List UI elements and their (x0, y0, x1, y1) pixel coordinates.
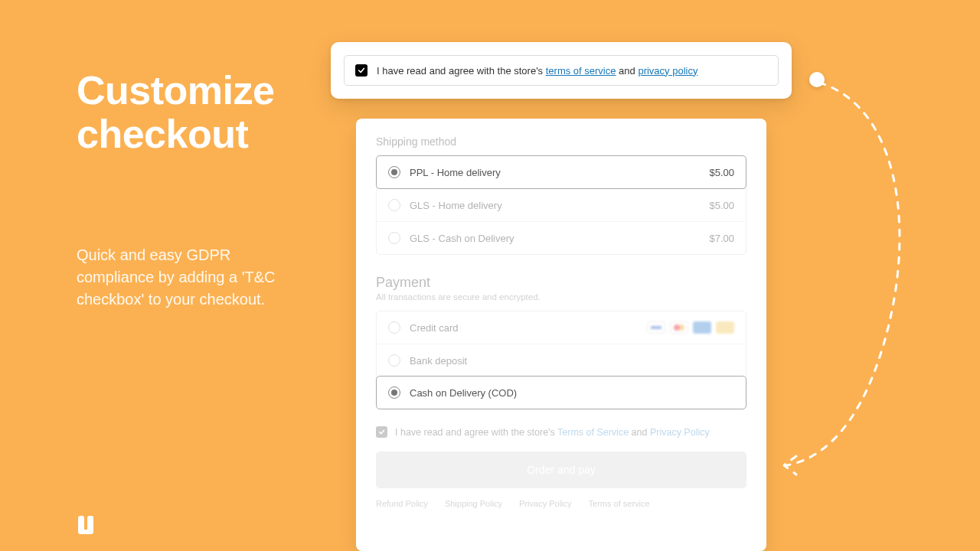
footer-link[interactable]: Refund Policy (376, 499, 428, 508)
checkout-panel: Shipping method PPL - Home delivery $5.0… (356, 119, 766, 551)
payment-label: Credit card (410, 322, 459, 334)
radio-icon (388, 354, 400, 367)
brand-logo-icon (77, 513, 96, 536)
visa-icon (647, 321, 665, 334)
shipping-price: $7.00 (709, 233, 734, 244)
footer-link[interactable]: Privacy Policy (519, 499, 571, 508)
card-icon (716, 321, 734, 334)
shipping-price: $5.00 (709, 167, 734, 178)
tc-prefix: I have read and agree with the store's (377, 65, 546, 77)
svg-rect-2 (78, 530, 93, 534)
card-brand-icons (647, 321, 734, 334)
payment-label: Cash on Delivery (COD) (410, 387, 517, 399)
tc-joiner: and (629, 427, 650, 438)
shipping-title: Shipping method (376, 135, 746, 148)
shipping-label: GLS - Cash on Delivery (410, 233, 514, 244)
shipping-label: GLS - Home delivery (410, 200, 502, 211)
tos-link[interactable]: terms of service (546, 65, 616, 77)
shipping-option[interactable]: GLS - Home delivery $5.00 (377, 188, 746, 221)
payment-option[interactable]: Cash on Delivery (COD) (376, 376, 746, 409)
tc-checkbox[interactable] (355, 64, 368, 77)
mastercard-icon (670, 321, 688, 334)
payment-subtitle: All transactions are secure and encrypte… (376, 292, 746, 302)
arrow-path-icon (773, 75, 926, 488)
footer-link[interactable]: Shipping Policy (445, 499, 502, 508)
payment-option[interactable]: Credit card (377, 311, 746, 344)
tc-joiner: and (616, 65, 638, 77)
page-title: Customize checkout (77, 69, 306, 156)
tos-link[interactable]: Terms of Service (557, 427, 629, 438)
tc-callout-card: I have read and agree with the store's t… (331, 42, 792, 99)
tc-prefix: I have read and agree with the store's (395, 427, 557, 438)
radio-icon (388, 199, 400, 211)
tc-row: I have read and agree with the store's T… (376, 426, 746, 438)
privacy-link[interactable]: privacy policy (638, 65, 697, 77)
order-pay-button[interactable]: Order and pay (376, 452, 746, 488)
shipping-option[interactable]: GLS - Cash on Delivery $7.00 (377, 221, 746, 254)
tc-checkbox-small[interactable] (376, 426, 387, 438)
privacy-link[interactable]: Privacy Policy (650, 427, 710, 438)
radio-icon (388, 232, 400, 244)
footer-link[interactable]: Terms of service (589, 499, 650, 508)
shipping-option[interactable]: PPL - Home delivery $5.00 (376, 155, 746, 189)
radio-icon (388, 386, 400, 399)
shipping-price: $5.00 (709, 200, 734, 211)
footer-links: Refund Policy Shipping Policy Privacy Po… (376, 499, 746, 508)
payment-option[interactable]: Bank deposit (377, 344, 746, 377)
page-subtitle: Quick and easy GDPR compliance by adding… (77, 244, 306, 311)
shipping-options: PPL - Home delivery $5.00 GLS - Home del… (376, 155, 746, 255)
radio-icon (388, 166, 400, 178)
payment-label: Bank deposit (410, 355, 467, 367)
payment-title: Payment (376, 275, 746, 291)
amex-icon (693, 321, 711, 334)
tc-callout-text: I have read and agree with the store's t… (377, 65, 697, 77)
payment-options: Credit card Bank deposit Cash on Deliver… (376, 311, 746, 409)
radio-icon (388, 321, 400, 334)
shipping-label: PPL - Home delivery (410, 167, 501, 178)
